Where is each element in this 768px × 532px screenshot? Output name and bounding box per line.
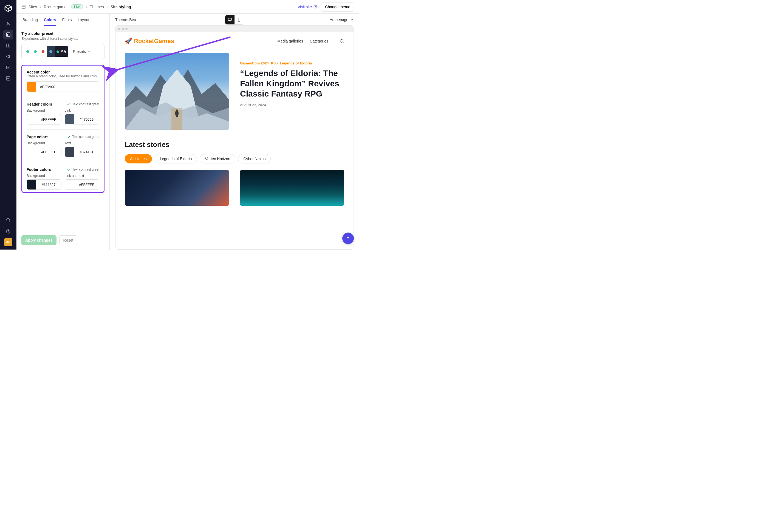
apply-changes-button[interactable]: Apply changes <box>21 235 57 245</box>
app-logo <box>4 4 13 13</box>
hero-tag[interactable]: Legends of Eldoria <box>280 61 312 65</box>
story-card[interactable] <box>125 170 229 206</box>
nav-megaphone-icon[interactable] <box>3 52 13 61</box>
check-icon <box>67 102 71 106</box>
accent-value: #FF8A00 <box>36 82 59 92</box>
hero-image <box>125 53 229 130</box>
nav-media-galleries[interactable]: Media galleries <box>277 39 303 43</box>
change-theme-button[interactable]: Change theme <box>321 2 354 12</box>
nav-categories[interactable]: Categories <box>310 39 333 43</box>
pill-vortex[interactable]: Vortex Horizon <box>200 154 235 163</box>
page-selector[interactable]: Homepage <box>330 18 354 22</box>
search-icon[interactable] <box>339 39 344 44</box>
user-avatar[interactable]: AP <box>4 238 12 246</box>
accent-sub: Often a brand color, used for buttons an… <box>27 74 99 78</box>
chevron-down-icon <box>350 18 354 22</box>
breadcrumb-current: Site styling <box>111 5 131 9</box>
page-text-label: Text <box>65 141 100 145</box>
footer-linktext-label: Link and text <box>65 174 100 178</box>
help-icon <box>345 236 351 241</box>
layout-icon <box>21 5 26 9</box>
accent-swatch <box>27 82 36 92</box>
chevron-down-icon <box>329 39 333 43</box>
header-colors-title: Header colors <box>27 102 52 106</box>
help-fab[interactable] <box>342 233 354 244</box>
nav-book-icon[interactable] <box>3 41 13 50</box>
breadcrumb-site-name[interactable]: Rocket games <box>44 5 68 9</box>
traffic-light-icon <box>118 28 120 30</box>
hero-tag[interactable]: GamesCom 2024 <box>240 61 269 65</box>
topbar: Sites › Rocket games Live › Themes › Sit… <box>16 0 359 14</box>
tab-layout[interactable]: Layout <box>78 18 89 26</box>
rocket-icon: 🚀 <box>125 38 132 45</box>
check-icon <box>67 168 71 171</box>
pill-all-stories[interactable]: All stories <box>125 154 152 163</box>
live-badge: Live <box>71 4 83 9</box>
presets-dropdown[interactable]: Presets <box>71 48 93 55</box>
accent-title: Accent color <box>27 70 99 74</box>
device-toggle <box>225 15 244 25</box>
accent-color-input[interactable]: #FF8A00 <box>27 81 99 92</box>
chevron-down-icon <box>87 50 91 53</box>
page-bg-input[interactable]: #FFFFFF <box>27 147 61 157</box>
page-bg-label: Background <box>27 141 61 145</box>
tab-fonts[interactable]: Fonts <box>62 18 72 26</box>
footer-bg-label: Background <box>27 174 61 178</box>
chevron-right-icon: › <box>86 5 87 9</box>
style-panel: Branding Colors Fonts Layout Try a color… <box>16 14 110 250</box>
header-bg-label: Background <box>27 109 61 112</box>
desktop-view-button[interactable] <box>225 15 235 24</box>
traffic-light-icon <box>122 28 124 30</box>
svg-point-4 <box>7 218 10 221</box>
nav-search-icon[interactable] <box>3 215 13 225</box>
header-bg-input[interactable]: #FFFFFF <box>27 114 61 124</box>
page-colors-title: Page colors <box>27 135 48 139</box>
reset-button[interactable]: Reset <box>59 235 78 245</box>
tab-branding[interactable]: Branding <box>22 18 38 26</box>
preset-sub: Experiment with different color styles. <box>21 37 105 41</box>
svg-rect-1 <box>6 33 10 36</box>
svg-rect-6 <box>22 5 25 9</box>
preset-selector[interactable]: Aa Presets <box>21 44 105 59</box>
svg-point-9 <box>340 39 343 43</box>
check-icon <box>67 135 71 139</box>
preview-area: Theme: Bea Homepage 🚀Roc <box>110 14 359 250</box>
hero-date: August 22, 2024 <box>240 103 344 107</box>
footer-linktext-input[interactable]: #FFFFFF <box>65 179 100 190</box>
page-text-input[interactable]: #374151 <box>65 147 100 157</box>
nav-plus-icon[interactable] <box>3 73 13 83</box>
hero-title: “Legends of Eldoria: The Fallen Kingdom”… <box>240 68 344 99</box>
nav-help-icon[interactable] <box>3 227 13 236</box>
header-link-label: Link <box>65 109 100 112</box>
breadcrumb-themes[interactable]: Themes <box>90 5 104 9</box>
footer-bg-input[interactable]: #111827 <box>27 179 61 190</box>
chevron-right-icon: › <box>107 5 108 9</box>
mobile-view-button[interactable] <box>235 15 244 24</box>
browser-chrome <box>115 26 354 32</box>
color-settings-highlight: Accent color Often a brand color, used f… <box>21 65 105 193</box>
svg-rect-7 <box>228 18 231 21</box>
tab-colors[interactable]: Colors <box>44 18 56 26</box>
latest-stories-heading: Latest stories <box>125 141 344 149</box>
theme-label: Theme: Bea <box>115 18 136 22</box>
site-logo[interactable]: 🚀RocketGames <box>125 38 174 45</box>
breadcrumb-sites[interactable]: Sites <box>29 5 37 9</box>
main-nav: AP <box>0 0 16 250</box>
pill-cyber[interactable]: Cyber Nexus <box>238 154 271 163</box>
contrast-indicator: Text contrast great <box>67 135 99 139</box>
svg-point-0 <box>7 22 9 24</box>
mobile-icon <box>237 18 241 22</box>
hero-tag[interactable]: PS5 <box>271 61 278 65</box>
pill-legends[interactable]: Legends of Eldoria <box>155 154 197 163</box>
traffic-light-icon <box>125 28 128 30</box>
header-link-input[interactable]: #475569 <box>65 114 100 124</box>
contrast-indicator: Text contrast great <box>67 102 99 106</box>
visit-site-link[interactable]: Visit site <box>298 5 317 9</box>
story-card[interactable] <box>240 170 344 206</box>
nav-mail-icon[interactable] <box>3 63 13 72</box>
nav-layout-icon[interactable] <box>3 30 13 39</box>
contrast-indicator: Text contrast great <box>67 168 99 171</box>
footer-colors-title: Footer colors <box>27 167 51 172</box>
desktop-icon <box>228 18 232 22</box>
nav-people-icon[interactable] <box>3 19 13 29</box>
